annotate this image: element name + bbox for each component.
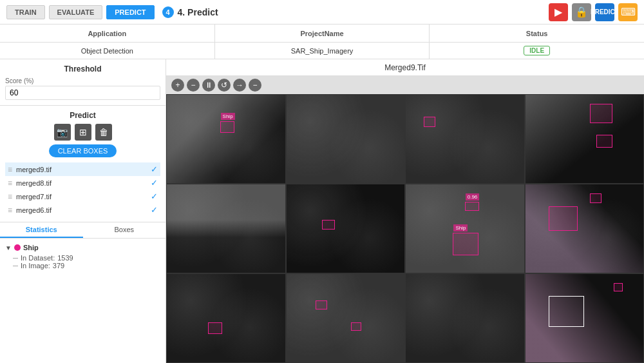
- tile-2-3: 0.96 Ship: [405, 184, 525, 273]
- camera-icon[interactable]: 📷: [54, 124, 71, 141]
- zoom-in-button[interactable]: +: [171, 79, 184, 92]
- left-panel: Threshold Score (%) Predict 📷 ⊞ 🗑 CLEAR …: [0, 59, 166, 363]
- stat-line-2: [13, 266, 18, 266]
- predict-title: Predict: [5, 111, 160, 120]
- project-name-value: SAR_Ship_Imagery: [215, 43, 430, 59]
- score-input[interactable]: [5, 86, 160, 100]
- in-image-row: In Image: 379: [13, 262, 160, 270]
- check-icon-4: ✓: [151, 205, 158, 215]
- file-name-3: merged7.tif: [16, 193, 147, 201]
- tab-evaluate[interactable]: EVALUATE: [49, 5, 103, 19]
- minus-button[interactable]: −: [249, 79, 261, 92]
- in-dataset-value: 1539: [57, 254, 73, 262]
- youtube-button[interactable]: ▶: [549, 3, 568, 21]
- threshold-title: Threshold: [5, 64, 160, 74]
- tile-1-1: Ship: [166, 94, 286, 184]
- file-icon-1: ≡: [8, 165, 12, 174]
- tile-1-3: [405, 94, 525, 184]
- file-name-4: merged6.tif: [16, 206, 147, 214]
- status-header: Status: [430, 25, 644, 42]
- tab-boxes[interactable]: Boxes: [83, 222, 166, 238]
- stat-line-1: [13, 258, 18, 259]
- check-icon-1: ✓: [151, 164, 158, 174]
- image-toolbar: + − ⏸ ↺ → −: [166, 76, 644, 94]
- statistics-content: ▼ Ship In Dataset: 1539 In Image: 379: [0, 239, 166, 275]
- tile-2-2: [286, 184, 406, 273]
- project-header: ProjectName: [215, 25, 430, 42]
- application-value: Object Detection: [0, 43, 215, 59]
- status-badge: IDLE: [524, 46, 550, 55]
- right-panel: Merged9.Tif + − ⏸ ↺ → − Ship: [166, 59, 644, 363]
- file-icon-3: ≡: [8, 192, 12, 201]
- in-image-value: 379: [53, 262, 64, 270]
- file-item-merged6[interactable]: ≡ merged6.tif ✓: [5, 203, 160, 217]
- predict-icons: 📷 ⊞ 🗑: [5, 124, 160, 141]
- databar: Object Detection SAR_Ship_Imagery IDLE: [0, 43, 644, 59]
- stats-tabs: Statistics Boxes: [0, 222, 166, 239]
- file-icon-4: ≡: [8, 206, 12, 215]
- tab-predict[interactable]: PREDICT: [106, 5, 154, 19]
- keyboard-button[interactable]: ⌨: [618, 3, 638, 21]
- infobar: Application ProjectName Status: [0, 25, 644, 43]
- tab-statistics[interactable]: Statistics: [0, 222, 83, 238]
- threshold-section: Threshold Score (%): [0, 59, 166, 106]
- in-dataset-label: In Dataset:: [21, 254, 55, 262]
- file-icon-2: ≡: [8, 179, 12, 188]
- pause-button[interactable]: ⏸: [202, 79, 215, 92]
- image-title: Merged9.Tif: [166, 59, 644, 76]
- category-ship-row: ▼ Ship: [5, 244, 160, 251]
- tile-1-2: [286, 94, 406, 184]
- ship-category-name: Ship: [23, 244, 39, 251]
- file-item-merged8[interactable]: ≡ merged8.tif ✓: [5, 176, 160, 190]
- delete-icon[interactable]: 🗑: [95, 124, 112, 141]
- tile-2-1: [166, 184, 286, 273]
- tile-3-2: [286, 273, 406, 363]
- grid-icon[interactable]: ⊞: [75, 124, 91, 141]
- file-name-1: merged9.tif: [16, 166, 147, 173]
- lock-button[interactable]: 🔒: [572, 3, 591, 21]
- in-image-label: In Image:: [21, 262, 50, 270]
- topbar: TRAIN EVALUATE PREDICT 4 4. Predict ▶ 🔒 …: [0, 0, 644, 25]
- tile-3-4: [525, 273, 645, 363]
- file-item-merged7[interactable]: ≡ merged7.tif ✓: [5, 190, 160, 203]
- detection-box-large: [549, 296, 584, 327]
- reset-button[interactable]: ↺: [218, 79, 231, 92]
- tab-train[interactable]: TRAIN: [6, 5, 45, 19]
- check-icon-3: ✓: [151, 191, 158, 201]
- file-name-2: merged8.tif: [16, 179, 147, 187]
- ship-color-dot: [14, 244, 21, 251]
- step-label: 4 4. Predict: [162, 6, 218, 18]
- application-header: Application: [0, 25, 215, 42]
- step-number: 4: [162, 6, 174, 18]
- score-label: Score (%): [5, 77, 160, 84]
- predict-button[interactable]: PREDICT: [595, 3, 614, 21]
- clear-boxes-button[interactable]: CLEAR BOXES: [49, 144, 117, 157]
- predict-section: Predict 📷 ⊞ 🗑 CLEAR BOXES ≡ merged9.tif …: [0, 106, 166, 222]
- status-cell: IDLE: [430, 43, 644, 59]
- image-canvas[interactable]: Ship: [166, 94, 644, 363]
- tile-2-4: [525, 184, 645, 273]
- forward-button[interactable]: →: [233, 79, 246, 92]
- tile-3-3: [405, 273, 525, 363]
- file-item-merged9[interactable]: ≡ merged9.tif ✓: [5, 162, 160, 176]
- expand-arrow[interactable]: ▼: [5, 244, 12, 251]
- in-dataset-row: In Dataset: 1539: [13, 254, 160, 262]
- check-icon-2: ✓: [151, 178, 158, 188]
- tile-1-4: [525, 94, 645, 184]
- zoom-out-button[interactable]: −: [187, 79, 200, 92]
- main-content: Threshold Score (%) Predict 📷 ⊞ 🗑 CLEAR …: [0, 59, 644, 363]
- file-list: ≡ merged9.tif ✓ ≡ merged8.tif ✓ ≡ merged…: [5, 162, 160, 217]
- tile-3-1: [166, 273, 286, 363]
